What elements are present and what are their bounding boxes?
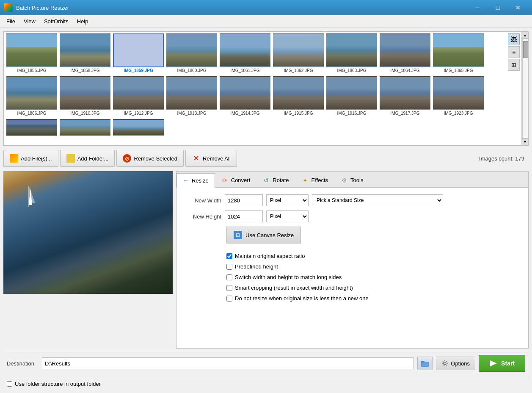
list-item[interactable]: IMG_1863.JPG (325, 33, 378, 73)
remove-all-button[interactable]: ✕ Remove All (185, 150, 237, 167)
list-item[interactable]: IMG_1914.JPG (219, 76, 271, 116)
list-item[interactable]: IMG_1913.JPG (165, 76, 218, 116)
thumbnail[interactable] (326, 76, 377, 110)
thumbnail[interactable] (6, 76, 57, 110)
list-item[interactable]: IMG_1910.JPG (59, 76, 111, 116)
image-filename: IMG_1923.JPG (433, 111, 484, 116)
thumbnail[interactable] (380, 33, 430, 67)
thumbnail[interactable] (220, 76, 270, 110)
tab-convert[interactable]: ⟳ Convert (216, 173, 257, 187)
folder-structure-label: Use folder structure in output folder (15, 381, 101, 387)
list-item[interactable]: IMG_1861.JPG (219, 33, 271, 73)
gallery-scrollbar[interactable]: ▲ ▼ (521, 32, 528, 145)
thumbnail[interactable] (380, 76, 430, 110)
thumbnail[interactable] (273, 76, 324, 110)
folder-structure-checkbox[interactable] (7, 381, 12, 387)
predefined-height-checkbox[interactable] (226, 264, 232, 270)
smart-crop-label: Smart cropping (result in exact width an… (235, 285, 353, 291)
no-resize-label: Do not resize when original size is less… (235, 295, 369, 302)
svg-rect-3 (421, 361, 424, 363)
list-item[interactable]: IMG_1858.JPG (59, 33, 111, 73)
thumbnail[interactable] (60, 119, 110, 136)
remove-selected-button[interactable]: ⊘ Remove Selected (116, 150, 184, 167)
add-files-label: Add File(s)... (21, 155, 52, 162)
image-filename: IMG_1858.JPG (60, 68, 110, 73)
add-files-button[interactable]: Add File(s)... (3, 150, 58, 167)
width-input[interactable] (225, 194, 263, 206)
options-button[interactable]: Options (436, 357, 475, 370)
image-filename: IMG_1913.JPG (166, 111, 217, 116)
switch-sides-checkbox[interactable] (226, 274, 232, 280)
thumbnail-view-button[interactable]: 🖼 (508, 33, 520, 45)
thumbnail[interactable] (273, 33, 324, 67)
thumbnail[interactable] (326, 33, 377, 67)
convert-icon: ⟳ (222, 177, 229, 184)
titlebar: Batch Picture Resizer ─ □ ✕ (0, 0, 532, 15)
width-unit-select[interactable]: Pixel Percent Inch Cm (266, 194, 309, 206)
canvas-resize-button[interactable]: ⊡ Use Canvas Resize (226, 227, 301, 244)
destination-input[interactable] (42, 357, 414, 369)
scroll-thumb[interactable] (523, 41, 528, 58)
app-icon (4, 3, 13, 12)
remove-all-label: Remove All (203, 155, 231, 162)
thumbnail[interactable] (433, 76, 484, 110)
thumbnail[interactable] (60, 76, 110, 110)
tab-tools[interactable]: ⚙ Tools (335, 173, 369, 187)
list-item[interactable]: IMG_1865.JPG (432, 33, 485, 73)
list-item[interactable] (59, 119, 111, 136)
thumbnail[interactable] (6, 33, 57, 67)
destination-browse-button[interactable] (417, 357, 433, 370)
list-item[interactable]: IMG_1860.JPG (165, 33, 218, 73)
list-item[interactable]: IMG_1912.JPG (112, 76, 165, 116)
thumbnail[interactable] (113, 119, 164, 136)
list-view-button[interactable]: ≡ (508, 46, 520, 58)
thumbnail[interactable] (60, 33, 110, 67)
close-button[interactable]: ✕ (508, 0, 528, 15)
width-row: New Width Pixel Percent Inch Cm Pick a S… (183, 194, 521, 206)
list-item[interactable]: IMG_1855.JPG (6, 33, 58, 73)
maintain-aspect-checkbox[interactable] (226, 253, 232, 259)
menu-help[interactable]: Help (73, 17, 93, 26)
thumbnail[interactable] (220, 33, 270, 67)
list-item[interactable] (112, 119, 165, 136)
thumbnail[interactable] (166, 33, 217, 67)
smart-crop-checkbox[interactable] (226, 285, 232, 291)
tab-resize[interactable]: ↔ Resize (176, 173, 215, 188)
thumbnail[interactable] (113, 76, 164, 110)
list-item[interactable]: IMG_1917.JPG (379, 76, 431, 116)
thumbnail[interactable] (113, 33, 164, 67)
list-item[interactable] (6, 119, 58, 136)
menu-softorbits[interactable]: SoftOrbits (40, 17, 73, 26)
image-filename: IMG_1917.JPG (380, 111, 430, 116)
list-item[interactable]: IMG_1915.JPG (272, 76, 325, 116)
menu-file[interactable]: File (2, 17, 19, 26)
list-item[interactable]: IMG_1923.JPG (432, 76, 485, 116)
image-filename: IMG_1859.JPG (113, 68, 164, 73)
list-item[interactable]: IMG_1859.JPG (112, 33, 165, 73)
list-item[interactable]: IMG_1864.JPG (379, 33, 431, 73)
maximize-button[interactable]: □ (488, 0, 507, 15)
list-item[interactable]: IMG_1862.JPG (272, 33, 325, 73)
add-folder-button[interactable]: Add Folder... (60, 150, 115, 167)
image-filename: IMG_1855.JPG (6, 68, 57, 73)
thumbnail[interactable] (166, 76, 217, 110)
list-item[interactable]: IMG_1866.JPG (6, 76, 58, 116)
standard-size-select[interactable]: Pick a Standard Size 800x600 1024x768 12… (312, 194, 443, 206)
tab-effects[interactable]: ✦ Effects (296, 173, 335, 187)
height-input[interactable] (225, 210, 263, 222)
height-unit-select[interactable]: Pixel Percent Inch Cm (266, 210, 309, 222)
scroll-track[interactable] (522, 39, 528, 138)
scroll-up-button[interactable]: ▲ (522, 32, 529, 39)
thumbnail[interactable] (6, 119, 57, 136)
grid-view-button[interactable]: ⊞ (508, 59, 520, 71)
thumbnail[interactable] (433, 33, 484, 67)
tab-rotate[interactable]: ↺ Rotate (257, 173, 295, 187)
minimize-button[interactable]: ─ (468, 0, 487, 15)
start-button[interactable]: Start (479, 355, 525, 372)
image-filename: IMG_1865.JPG (433, 68, 484, 73)
list-item[interactable]: IMG_1916.JPG (325, 76, 378, 116)
right-panel: ↔ Resize ⟳ Convert ↺ Rotate ✦ Effects ⚙ (176, 171, 529, 349)
menu-view[interactable]: View (19, 17, 40, 26)
scroll-down-button[interactable]: ▼ (522, 138, 529, 145)
no-resize-checkbox[interactable] (226, 296, 232, 302)
